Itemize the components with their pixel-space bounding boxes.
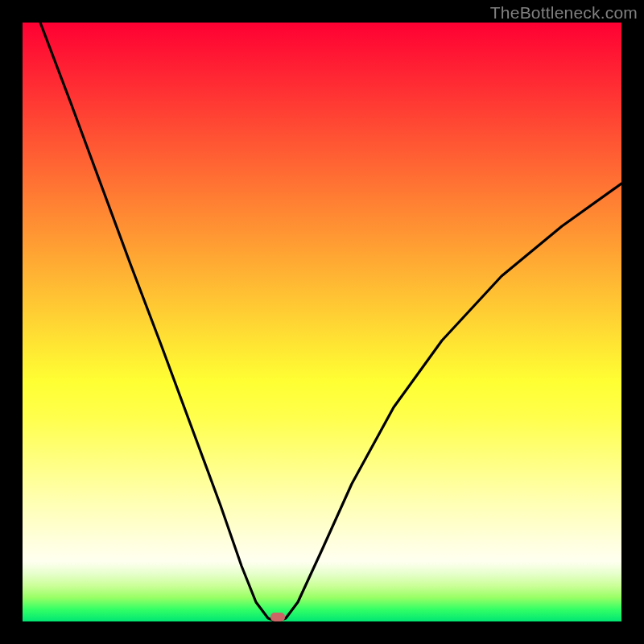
- plot-area: [23, 23, 621, 621]
- watermark-text: TheBottleneck.com: [490, 3, 638, 23]
- curve-svg: [23, 23, 621, 621]
- bottleneck-curve-path: [40, 23, 621, 621]
- optimal-marker: [270, 613, 285, 621]
- chart-frame: TheBottleneck.com: [0, 0, 644, 644]
